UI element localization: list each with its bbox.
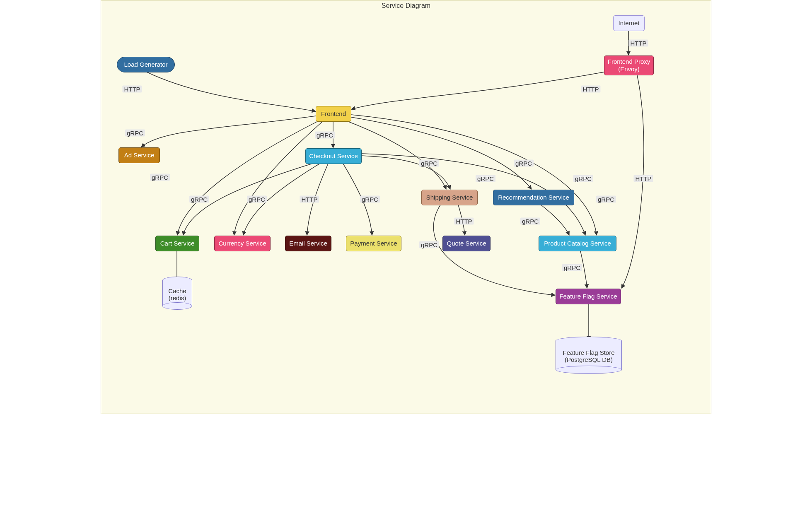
edge-label-proxy-ffs: HTTP [633,175,653,182]
node-frontend-proxy: Frontend Proxy (Envoy) [604,55,654,75]
edge-label-frontend-cart: gRPC [150,174,170,181]
edge-label-frontend-shipping: gRPC [419,160,439,167]
node-frontend: Frontend [316,106,351,122]
edge-label-checkout-shipping: gRPC [476,175,495,182]
edge-label-frontend-checkout: gRPC [315,132,335,139]
node-ad-service: Ad Service [118,147,160,163]
node-shipping-service: Shipping Service [421,190,478,205]
edge-loadgen-frontend [146,72,316,111]
edge-label-checkout-catalog: gRPC [596,196,616,203]
node-load-generator: Load Generator [117,57,175,72]
node-cart-service: Cart Service [155,236,199,251]
edge-proxy-frontend [351,72,604,109]
node-feature-flag-service: Feature Flag Service [556,289,621,304]
edge-label-checkout-payment: gRPC [360,196,380,203]
edge-label-loadgen-frontend: HTTP [122,86,142,93]
node-feature-flag-store: Feature Flag Store (PostgreSQL DB) [556,337,622,374]
node-payment-service: Payment Service [346,236,401,251]
node-currency-service: Currency Service [214,236,271,251]
node-cache-redis: Cache (redis) [162,277,192,310]
edge-frontend-ad [141,116,316,147]
node-recommendation-service: Recommendation Service [493,190,574,205]
edge-reco-catalog [541,205,569,235]
edge-label-frontend-reco: gRPC [514,160,534,167]
node-quote-service: Quote Service [442,236,491,251]
service-diagram-canvas: Service Diagram [101,0,711,414]
edge-label-checkout-email: HTTP [300,196,319,203]
edge-label-frontend-catalog: gRPC [573,175,593,182]
edge-label-frontend-ad: gRPC [125,130,145,137]
edge-label-checkout-cart: gRPC [189,196,209,203]
node-checkout-service: Checkout Service [305,148,362,164]
edge-frontend-reco [351,117,532,189]
node-email-service: Email Service [285,236,331,251]
node-internet: Internet [613,15,645,31]
edge-frontend-catalog [351,115,597,235]
edge-label-reco-catalog: gRPC [520,218,540,225]
edge-label-proxy-frontend: HTTP [581,86,600,93]
edge-label-shipping-quote: HTTP [454,218,474,225]
node-product-catalog-service: Product Catalog Service [539,236,616,251]
edge-label-internet-proxy: HTTP [628,40,648,47]
edge-label-checkout-currency: gRPC [247,196,267,203]
edge-label-catalog-ffs: gRPC [562,264,582,271]
edge-label-shipping-ffs: gRPC [419,241,439,248]
